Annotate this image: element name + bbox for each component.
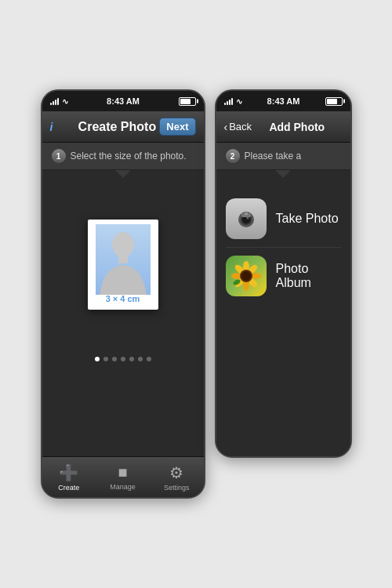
signal-bar — [50, 103, 52, 105]
plus-circle-icon: ➕ — [59, 463, 78, 482]
flower-svg — [230, 260, 262, 292]
info-button[interactable]: i — [50, 121, 75, 133]
dot-5 — [129, 357, 134, 361]
dot-4 — [121, 357, 125, 361]
time-1: 8:43 AM — [107, 96, 140, 106]
photo-album-label: Photo Album — [276, 262, 341, 290]
wifi-icon-1: ∿ — [62, 97, 68, 106]
time-2: 8:43 AM — [267, 96, 300, 106]
tab-manage-label: Manage — [110, 483, 136, 491]
step-circle-2: 2 — [226, 149, 240, 163]
screen-body-1: 1 Select the size of the photo. — [42, 143, 204, 456]
dot-2 — [103, 357, 108, 361]
status-right-2 — [325, 97, 343, 106]
step-bar-1: 1 Select the size of the photo. — [42, 143, 204, 170]
photo-card[interactable]: 3 × 4 cm — [88, 220, 158, 310]
tooltip-arrow-2 — [275, 170, 291, 178]
svg-rect-2 — [118, 256, 128, 263]
battery-fill-2 — [327, 99, 338, 104]
status-bar-1: ∿ 8:43 AM — [42, 91, 204, 111]
photo-area: 3 × 4 cm — [42, 178, 204, 350]
signal-bar — [55, 100, 56, 105]
tab-create[interactable]: ➕ Create — [42, 460, 96, 495]
battery-1 — [179, 97, 196, 106]
photo-size-label: 3 × 4 cm — [106, 294, 140, 303]
step-circle-1: 1 — [52, 149, 66, 163]
tab-settings[interactable]: ⚙ Settings — [150, 460, 204, 495]
nav-title-2: Add Photo — [252, 121, 342, 133]
camera-app-icon — [226, 198, 267, 239]
tooltip-arrow-1 — [115, 170, 131, 178]
back-label: Back — [229, 121, 252, 132]
status-left-2: ∿ — [224, 97, 242, 106]
signal-bar — [224, 103, 226, 105]
take-photo-option[interactable]: Take Photo — [226, 191, 341, 248]
nav-bar-2: ‹ Back Add Photo — [216, 111, 350, 143]
dot-7 — [147, 357, 151, 361]
tab-settings-label: Settings — [164, 484, 190, 492]
svg-point-1 — [112, 232, 134, 257]
signal-bar — [231, 98, 233, 105]
step-text-2: Please take a — [245, 151, 302, 162]
dot-1 — [95, 357, 100, 361]
signal-bar — [57, 98, 59, 105]
nav-title-1: Create Photo — [75, 120, 160, 134]
status-bar-2: ∿ 8:43 AM — [216, 91, 350, 111]
step-bar-2: 2 Please take a — [216, 143, 350, 170]
signal-bar — [229, 100, 230, 105]
step-text-1: Select the size of the photo. — [71, 151, 187, 162]
camera-svg — [234, 206, 259, 231]
signal-bars-2 — [224, 97, 233, 105]
manage-icon: ■ — [118, 463, 127, 481]
phone-create: ∿ 8:43 AM i Create Photo Next 1 Select t… — [41, 89, 205, 499]
battery-2 — [325, 97, 343, 106]
gear-icon: ⚙ — [169, 463, 183, 482]
screen-body-2: 2 Please take a — [216, 143, 350, 456]
take-photo-label: Take Photo — [276, 212, 339, 226]
add-photo-options: Take Photo — [216, 178, 350, 317]
phone-add-photo: ∿ 8:43 AM ‹ Back Add Photo 2 Please take… — [215, 89, 352, 458]
svg-point-18 — [241, 271, 251, 281]
dot-3 — [112, 357, 117, 361]
battery-fill-1 — [180, 99, 191, 104]
signal-bar — [53, 101, 54, 105]
dot-6 — [138, 357, 143, 361]
tab-manage[interactable]: ■ Manage — [96, 460, 150, 494]
person-silhouette — [96, 224, 151, 295]
back-button[interactable]: ‹ Back — [224, 121, 252, 133]
pagination-dots — [42, 350, 204, 368]
signal-bars-1 — [50, 97, 59, 105]
status-right-1 — [179, 97, 196, 106]
status-left-1: ∿ — [50, 97, 68, 106]
back-arrow-icon: ‹ — [224, 121, 228, 133]
photo-album-option[interactable]: Photo Album — [226, 248, 341, 304]
photos-app-icon — [226, 256, 267, 296]
tab-create-label: Create — [58, 484, 79, 492]
signal-bar — [227, 101, 228, 105]
next-button[interactable]: Next — [159, 118, 195, 136]
svg-rect-8 — [245, 212, 248, 215]
tab-bar-1: ➕ Create ■ Manage ⚙ Settings — [42, 456, 204, 497]
nav-bar-1: i Create Photo Next — [42, 111, 204, 143]
wifi-icon-2: ∿ — [236, 97, 242, 106]
